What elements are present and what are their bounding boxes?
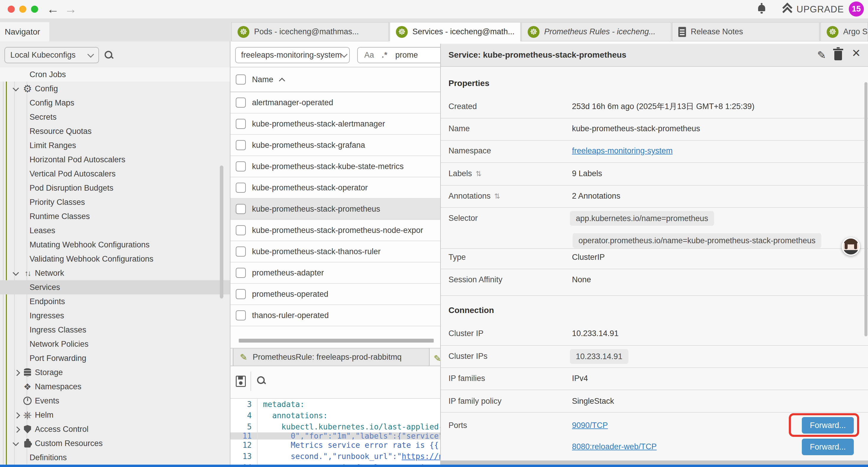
name-column-header[interactable]: Name	[252, 75, 273, 84]
service-row[interactable]: prometheus-adapter	[230, 262, 440, 284]
service-row[interactable]: kube-prometheus-stack-prometheus-node-ex…	[230, 220, 440, 241]
expand-sort-icon[interactable]: ⇅	[494, 192, 500, 200]
list-horizontal-scrollbar[interactable]	[239, 339, 434, 343]
filter-input[interactable]: Aa .* prome	[357, 47, 440, 63]
service-row[interactable]: kube-prometheus-stack-alertmanager	[230, 114, 440, 135]
kubeconfig-dropdown[interactable]: Local Kubeconfigs	[4, 47, 99, 63]
sidebar-item[interactable]: Limit Ranges	[0, 138, 230, 152]
forward-port-button[interactable]: Forward...	[802, 439, 854, 455]
sidebar-item[interactable]: Config Maps	[0, 96, 230, 110]
close-window-button[interactable]	[8, 6, 15, 13]
sidebar-item[interactable]: Ingresses	[0, 309, 230, 323]
sidebar-item[interactable]: Helm	[0, 408, 230, 422]
app-tab[interactable]: ☸ Prometheus Rules - icecheng...	[522, 22, 671, 41]
sidebar-item[interactable]: Vertical Pod Autoscalers	[0, 167, 230, 181]
filter-query-text[interactable]: prome	[395, 51, 418, 60]
runbook-url-link[interactable]: https://net	[402, 452, 440, 461]
sidebar-item[interactable]: Secrets	[0, 110, 230, 124]
chevron-icon[interactable]	[14, 427, 20, 433]
expand-sort-icon[interactable]: ⇅	[476, 169, 482, 178]
row-checkbox[interactable]	[236, 183, 246, 193]
notifications-bell-icon[interactable]	[758, 5, 765, 11]
sidebar-search-icon[interactable]	[104, 50, 114, 60]
namespace-link[interactable]: freeleaps-monitoring-system	[572, 146, 673, 155]
select-all-checkbox[interactable]	[236, 75, 246, 85]
save-icon[interactable]	[236, 376, 246, 387]
row-checkbox[interactable]	[236, 225, 246, 235]
sidebar-item[interactable]: Port Forwarding	[0, 351, 230, 365]
sidebar-item[interactable]: Access Control	[0, 422, 230, 436]
delete-trash-icon[interactable]	[834, 51, 842, 60]
sidebar-item[interactable]: Storage	[0, 365, 230, 380]
sidebar-item[interactable]: Namespaces	[0, 380, 230, 394]
chevron-icon[interactable]	[14, 412, 20, 418]
row-checkbox[interactable]	[236, 204, 246, 214]
sidebar-item[interactable]: Ingress Classes	[0, 323, 230, 337]
sidebar-item[interactable]: Endpoints	[0, 294, 230, 309]
port-link[interactable]: 9090/TCP	[572, 421, 608, 430]
chevron-icon[interactable]	[13, 269, 19, 276]
panel-scrollbar[interactable]	[864, 82, 867, 337]
minimize-window-button[interactable]	[19, 6, 26, 13]
back-arrow-icon[interactable]: ←	[47, 1, 59, 18]
port-link[interactable]: 8080:reloader-web/TCP	[572, 442, 657, 451]
match-case-toggle[interactable]: Aa	[364, 51, 374, 60]
app-tab[interactable]: ☸ Argo Se	[820, 22, 868, 41]
service-row[interactable]: kube-prometheus-stack-prometheus	[230, 199, 440, 220]
service-row[interactable]: thanos-ruler-operated	[230, 305, 440, 326]
row-checkbox[interactable]	[236, 140, 246, 150]
sidebar-item[interactable]: Priority Classes	[0, 195, 230, 209]
chevron-icon[interactable]	[14, 370, 20, 376]
app-tab[interactable]: ☸ Pods - icecheng@mathmas...	[231, 22, 389, 41]
app-tab[interactable]: ☸ Release Notes	[672, 22, 819, 41]
row-checkbox[interactable]	[236, 268, 246, 278]
sidebar-item[interactable]: Cron Jobs	[0, 67, 230, 82]
avatar[interactable]	[842, 237, 860, 256]
sidebar-item[interactable]: Network	[0, 266, 230, 280]
service-row[interactable]: kube-prometheus-stack-kube-state-metrics	[230, 156, 440, 177]
row-checkbox[interactable]	[236, 289, 246, 299]
kubeconfig-dropdown-value: Local Kubeconfigs	[10, 51, 75, 60]
service-row[interactable]: kube-prometheus-stack-operator	[230, 177, 440, 199]
sidebar-item[interactable]: Horizontal Pod Autoscalers	[0, 152, 230, 167]
regex-toggle[interactable]: .*	[382, 51, 388, 60]
upgrade-button[interactable]: UPGRADE	[797, 4, 844, 15]
sidebar-item[interactable]: Pod Disruption Budgets	[0, 181, 230, 195]
forward-arrow-icon[interactable]: →	[64, 1, 77, 18]
sidebar-item[interactable]: Leases	[0, 224, 230, 238]
sort-ascending-icon[interactable]	[279, 78, 285, 84]
sidebar-item[interactable]: Network Policies	[0, 337, 230, 351]
upgrade-icon[interactable]	[782, 4, 791, 13]
sidebar-item[interactable]: Events	[0, 394, 230, 408]
sidebar-item[interactable]: Definitions	[0, 450, 230, 465]
sidebar-item[interactable]: Resource Quotas	[0, 124, 230, 138]
yaml-editor[interactable]: 3 metadata: 4 annotations: 5 kubectl.kub…	[230, 399, 440, 467]
chevron-icon[interactable]	[13, 85, 19, 91]
chevron-icon[interactable]	[13, 440, 19, 446]
row-checkbox[interactable]	[236, 310, 246, 320]
sidebar-item[interactable]: Mutating Webhook Configurations	[0, 238, 230, 252]
namespace-dropdown[interactable]: freeleaps-monitoring-system	[235, 47, 350, 63]
sidebar-item[interactable]: Config	[0, 82, 230, 96]
row-checkbox[interactable]	[236, 162, 246, 171]
row-checkbox[interactable]	[236, 119, 246, 129]
editor-search-icon[interactable]	[256, 376, 267, 386]
service-row[interactable]: kube-prometheus-stack-grafana	[230, 135, 440, 156]
row-checkbox[interactable]	[236, 97, 246, 108]
sidebar-scrollbar[interactable]	[220, 166, 223, 298]
sidebar-item[interactable]: Runtime Classes	[0, 209, 230, 224]
edit-pencil-icon[interactable]: ✎	[817, 50, 826, 61]
sidebar-item[interactable]: Custom Resources	[0, 436, 230, 450]
service-row[interactable]: alertmanager-operated	[230, 92, 440, 114]
update-count-badge[interactable]: 15	[849, 1, 864, 17]
row-checkbox[interactable]	[236, 246, 246, 257]
navigator-panel-tab[interactable]: Navigator	[0, 22, 49, 41]
close-panel-icon[interactable]: ×	[852, 47, 860, 59]
service-row[interactable]: kube-prometheus-stack-thanos-ruler	[230, 241, 440, 262]
editor-tab[interactable]: ✎ PrometheusRule: freeleaps-prod-rabbitm…	[233, 348, 430, 366]
app-tab[interactable]: ☸ Services - icecheng@math... ×	[390, 22, 521, 41]
sidebar-item[interactable]: Services	[0, 280, 230, 294]
sidebar-item[interactable]: Validating Webhook Configurations	[0, 252, 230, 266]
service-row[interactable]: prometheus-operated	[230, 284, 440, 305]
maximize-window-button[interactable]	[31, 6, 38, 13]
